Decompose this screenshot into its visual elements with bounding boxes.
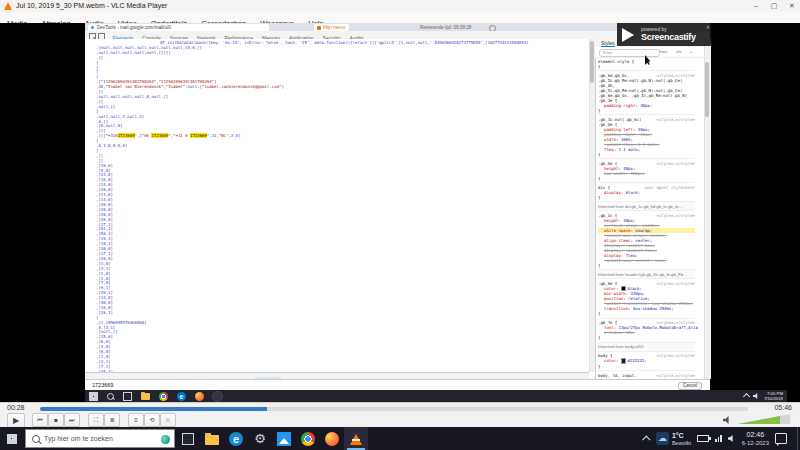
recorded-clock: 7:05 PM 7/10/2019 <box>764 391 783 401</box>
recorded-volume-icon <box>753 393 760 399</box>
screencastify-watermark: powered by Screencastify ✕ <box>617 23 712 46</box>
css-rule: <style>…</style>.gb_Oe {height: 48px;max… <box>598 159 695 183</box>
start-button[interactable] <box>0 427 24 450</box>
chrome-icon <box>159 392 168 401</box>
extended-settings-button[interactable]: ≣ <box>104 413 120 427</box>
firefox-icon <box>325 432 339 446</box>
stop-button[interactable]: ■ <box>48 413 64 427</box>
hov-toggle: :hov <box>659 49 667 55</box>
system-tray: ☁ 1°C Bewolkt 02:46 6-12-2023 <box>644 427 800 450</box>
fullscreen-button[interactable]: ⛶ <box>88 413 104 427</box>
task-view-icon <box>123 392 132 401</box>
photos-icon <box>277 432 291 446</box>
window-title: Jul 10, 2019 5_30 PM.webm - VLC Media Pl… <box>16 0 167 12</box>
css-rule: <style>…</style>.gb_ke.gb_Oc, .gb_Ic.gb_… <box>598 71 695 115</box>
screencastify-logo-icon <box>622 28 634 42</box>
close-icon[interactable]: ✕ <box>784 0 800 12</box>
vlc-app-icon <box>4 2 12 10</box>
recording-remaining-time: Resterende tijd: 09:38:28 <box>420 24 471 31</box>
weather-icon: ☁ <box>656 432 669 445</box>
maximize-icon[interactable]: ▢ <box>766 0 782 12</box>
total-time: 05:46 <box>774 404 792 411</box>
action-center-icon[interactable] <box>775 433 787 444</box>
devtools-tab-title: DevTools - mail.google.com/mail/u/0 <box>88 24 269 31</box>
search-icon <box>32 435 40 443</box>
network-icon[interactable] <box>715 435 722 442</box>
taskbar-app-file-explorer[interactable] <box>200 427 224 450</box>
css-rules-list: element.style {}<style>…</style>.gb_ke.g… <box>595 57 698 379</box>
minimize-icon[interactable]: – <box>748 0 764 12</box>
elements-source-pane: AF_initDataCallback({key: 'ds:10', isErr… <box>85 39 589 372</box>
vlc-window: Jul 10, 2019 5_30 PM.webm - VLC Media Pl… <box>0 0 800 450</box>
playlist-button[interactable]: ≡ <box>128 413 144 427</box>
css-rule: <style>…</style>body {color: #222222;} <box>598 352 695 372</box>
battery-icon[interactable] <box>697 435 709 442</box>
next-button[interactable]: ⏭ <box>64 413 80 427</box>
new-rule-icon: + <box>690 49 693 55</box>
taskbar-app-settings[interactable]: ⚙ <box>248 427 272 450</box>
settings-icon: ⚙ <box>253 432 267 446</box>
recorded-tray: 7:05 PM 7/10/2019 <box>744 390 783 402</box>
tab-styles: Styles <box>601 39 615 47</box>
edge-icon: e <box>229 432 243 446</box>
seek-bar[interactable] <box>40 407 748 411</box>
css-rule: <style>…</style>.gb_ke {color: black;min… <box>598 279 695 319</box>
devtools-panel-tabs: ElementsConsoleSourcesNetworkPerformance… <box>108 31 368 39</box>
weather-desc: Bewolkt <box>672 440 691 446</box>
edge-icon: e <box>177 392 186 401</box>
loop-button[interactable]: ⟲ <box>144 413 160 427</box>
styles-scrollbar-thumb <box>705 62 709 117</box>
code-scrollbar-thumb <box>590 41 594 83</box>
devtools-favicon <box>91 26 94 29</box>
css-rule: <style>…</style>.gb_Jc:not(.gb_kc) .gb_O… <box>598 115 695 159</box>
firefox-icon <box>195 392 204 401</box>
taskbar-app-edge[interactable]: e <box>224 427 248 450</box>
weather-widget[interactable]: ☁ 1°C Bewolkt <box>656 432 691 446</box>
file-explorer-icon <box>205 435 219 445</box>
search-placeholder: Typ hier om te zoeken <box>44 430 113 447</box>
recorded-taskbar: e 7:05 PM 7/10/2019 <box>85 390 787 402</box>
tray-volume-icon[interactable] <box>728 435 736 442</box>
css-rule: <style>…</style>body, td, input, textare… <box>598 371 695 379</box>
volume-slider[interactable] <box>738 414 790 424</box>
windows-logo-icon <box>7 434 17 444</box>
windows-taskbar: Typ hier om te zoeken e⚙ ☁ 1°C Bewolkt 0… <box>0 427 800 450</box>
css-rule: <style>…</style>.gb_fe {font: 13px/27px … <box>598 319 695 343</box>
inherited-separator: Inherited from body.aXI2 <box>598 343 695 352</box>
vlc-control-panel: 00:28 05:46 ▶ ⏮ ■ ⏭ ⛶ ≣ ≡ ⟲ ⤬ <box>0 402 800 428</box>
css-rule: user agent stylesheetdiv {display: block… <box>598 183 695 202</box>
vlc-icon <box>350 434 362 445</box>
watermark-close-icon: ✕ <box>706 24 710 30</box>
chrome-icon <box>213 392 222 401</box>
taskbar-clock[interactable]: 02:46 6-12-2023 <box>742 431 769 447</box>
random-button[interactable]: ⤬ <box>160 413 176 427</box>
cls-toggle: .cls <box>675 49 681 55</box>
find-cancel-button: Cancel <box>678 382 702 390</box>
taskbar-app-photos[interactable] <box>272 427 296 450</box>
task-view-button[interactable] <box>182 433 194 445</box>
chrome-icon <box>301 432 315 446</box>
inherited-separator: Inherited from header#gb.gb_Xe.gb_fe.gb_… <box>598 270 695 279</box>
tray-chevron-icon[interactable] <box>642 435 650 443</box>
seek-bar-fill <box>40 407 267 411</box>
play-button[interactable]: ▶ <box>7 413 25 428</box>
volume-icon[interactable] <box>723 416 732 424</box>
volume-fill <box>738 414 780 424</box>
search-highlight-icon[interactable] <box>161 435 170 444</box>
file-explorer-icon <box>141 393 150 400</box>
recorded-date: 7/10/2019 <box>764 396 783 401</box>
weather-temp: 1°C <box>672 432 691 440</box>
recorded-tray-chevron-icon <box>743 392 750 399</box>
clock-time: 02:46 <box>742 431 769 439</box>
mijn-menu-icon <box>317 26 321 30</box>
elapsed-time: 00:28 <box>7 404 25 411</box>
inherited-separator: Inherited from div.gb_1c.gb_kd.gb_fe.gb_… <box>598 202 695 211</box>
styles-filter-input: Filter <box>599 49 660 57</box>
previous-button[interactable]: ⏮ <box>32 413 48 427</box>
watermark-brand: Screencastify <box>641 32 696 42</box>
taskbar-app-chrome[interactable] <box>296 427 320 450</box>
taskbar-search-input[interactable]: Typ hier om te zoeken <box>25 429 175 448</box>
taskbar-app-firefox[interactable] <box>320 427 344 450</box>
taskbar-app-vlc[interactable] <box>344 427 368 450</box>
clock-date: 6-12-2023 <box>742 439 769 447</box>
